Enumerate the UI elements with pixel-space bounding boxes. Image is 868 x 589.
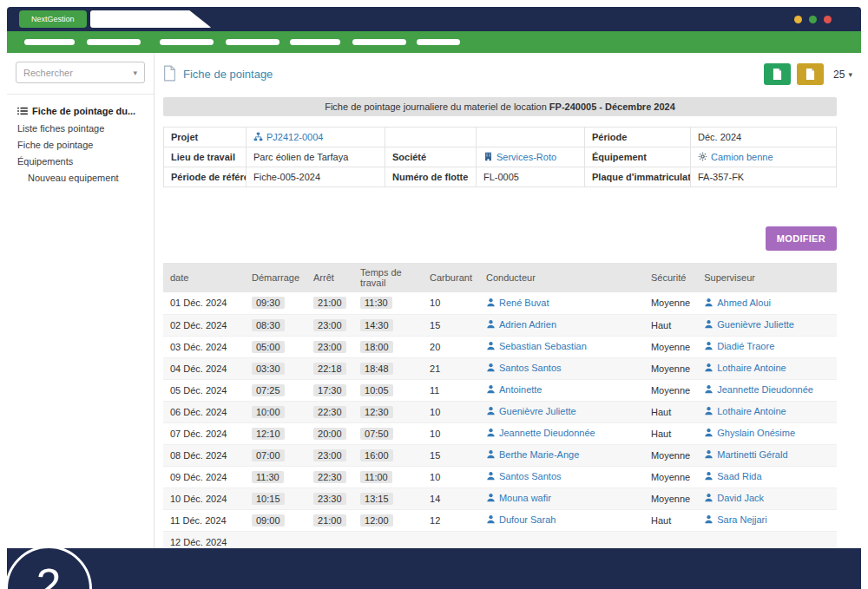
time-chip: 16:00 — [360, 449, 393, 461]
info-link[interactable]: Services-Roto — [483, 152, 556, 162]
cell-fuel: 10 — [423, 292, 479, 314]
person-link[interactable]: Berthe Marie-Ange — [486, 449, 579, 460]
nav-item-redacted[interactable] — [290, 39, 340, 45]
person-link[interactable]: Lothaire Antoine — [704, 406, 786, 416]
nav-item-redacted[interactable] — [352, 39, 406, 45]
main-navbar — [7, 31, 861, 53]
cell-work: 11:30 — [353, 292, 423, 314]
search-input[interactable]: Rechercher ▾ — [16, 62, 145, 83]
modify-row: MODIFIER — [163, 226, 837, 251]
person-link[interactable]: René Buvat — [486, 298, 549, 308]
nav-item-redacted[interactable] — [24, 39, 75, 45]
time-chip: 11:30 — [360, 297, 392, 309]
sidebar-item[interactable]: Équipements — [17, 154, 154, 170]
cell-fuel: 20 — [423, 336, 479, 357]
person-link[interactable]: Sara Nejjari — [704, 514, 766, 525]
time-chip: 11:30 — [252, 471, 284, 483]
cell-date: 02 Déc. 2024 — [163, 314, 245, 336]
sidebar-item[interactable]: Liste fiches pointage — [17, 121, 154, 137]
person-link[interactable]: Lothaire Antoine — [704, 363, 786, 373]
info-value: Camion benne — [691, 147, 837, 167]
cell-date: 11 Déc. 2024 — [163, 509, 245, 531]
person-icon — [486, 514, 496, 526]
person-link[interactable]: Dufour Sarah — [486, 514, 556, 525]
info-value: FL-0005 — [477, 167, 585, 187]
person-link[interactable]: Guenièvre Juliette — [704, 319, 794, 330]
time-chip: 08:30 — [252, 319, 285, 331]
column-header[interactable]: Démarrage — [245, 263, 306, 292]
column-header[interactable]: Superviseur — [697, 263, 837, 292]
maximize-dot[interactable] — [809, 16, 817, 23]
cell-supervisor: Ghyslain Onésime — [697, 422, 837, 444]
info-link-label: PJ2412-0004 — [266, 132, 323, 142]
column-header[interactable]: Temps de travail — [353, 263, 423, 292]
person-name: Guenièvre Juliette — [717, 319, 794, 330]
info-link[interactable]: Camion benne — [698, 152, 773, 162]
person-name: Saad Rida — [717, 471, 761, 481]
info-value: PJ2412-0004 — [247, 128, 385, 147]
cell-start — [245, 531, 306, 548]
person-link[interactable]: Sebastian Sebastian — [486, 341, 587, 351]
sidebar-item[interactable]: Fiche de pointage du... — [17, 103, 154, 121]
cell-start: 09:30 — [245, 292, 306, 314]
person-name: Diadié Traore — [717, 341, 774, 351]
banner-text: Fiche de pointage journaliere du materie… — [325, 101, 549, 112]
info-label — [385, 128, 477, 147]
cell-supervisor: Lothaire Antoine — [697, 401, 837, 422]
nav-item-redacted[interactable] — [417, 39, 460, 45]
person-link[interactable]: Diadié Traore — [704, 341, 774, 351]
person-link[interactable]: Ahmed Aloui — [704, 298, 771, 308]
person-link[interactable]: Jeannette Dieudonnée — [486, 428, 595, 438]
info-link[interactable]: PJ2412-0004 — [253, 132, 323, 142]
column-header[interactable]: Sécurité — [644, 263, 697, 292]
person-link[interactable]: Santos Santos — [486, 363, 562, 373]
person-link[interactable]: David Jack — [704, 493, 764, 503]
nav-item-redacted[interactable] — [226, 39, 279, 45]
time-chip: 09:30 — [252, 297, 285, 309]
export-file-button[interactable] — [797, 63, 824, 85]
time-chip: 10:00 — [252, 406, 285, 418]
column-header[interactable]: Conducteur — [479, 263, 644, 292]
person-link[interactable]: Saad Rida — [704, 471, 761, 481]
person-icon — [704, 471, 713, 482]
export-excel-button[interactable] — [764, 63, 791, 85]
cell-start: 08:30 — [245, 314, 306, 336]
nav-item-redacted[interactable] — [87, 39, 141, 45]
app-tab-nextgestion[interactable]: NextGestion — [19, 10, 87, 28]
person-link[interactable]: Santos Santos — [486, 471, 562, 481]
column-header[interactable]: Arrêt — [306, 263, 353, 292]
column-header[interactable]: date — [163, 263, 245, 292]
person-link[interactable]: Adrien Adrien — [486, 319, 556, 330]
modify-button[interactable]: MODIFIER — [766, 226, 837, 251]
cell-date: 08 Déc. 2024 — [163, 444, 245, 466]
nav-item-redacted[interactable] — [160, 39, 214, 45]
person-link[interactable]: Mouna wafir — [486, 493, 551, 503]
sidebar-item[interactable]: Nouveau equipement — [17, 170, 154, 187]
cell-fuel: 10 — [423, 422, 479, 444]
person-name: Sara Nejjari — [717, 514, 766, 525]
cell-start: 07:00 — [245, 444, 306, 466]
table-body: 01 Déc. 202409:3021:0011:3010René BuvatM… — [163, 292, 837, 548]
person-link[interactable]: Antoinette — [486, 384, 542, 395]
person-name: Adrien Adrien — [499, 319, 556, 330]
person-link[interactable]: Jeannette Dieudonnée — [704, 384, 813, 395]
table-row: 07 Déc. 202412:1020:0007:5010Jeannette D… — [163, 422, 837, 444]
time-chip: 12:10 — [252, 428, 285, 440]
column-header[interactable]: Carburant — [423, 263, 479, 292]
cell-work: 12:00 — [353, 509, 423, 531]
close-dot[interactable] — [824, 16, 832, 23]
browser-tab-redacted[interactable] — [90, 10, 212, 28]
person-link[interactable]: Guenièvre Juliette — [486, 406, 576, 416]
time-chip: 22:30 — [313, 406, 346, 418]
sidebar-item[interactable]: Fiche de pointage — [17, 137, 154, 154]
person-link[interactable]: Martinetti Gérald — [704, 449, 787, 460]
time-chip: 12:00 — [360, 514, 393, 527]
minimize-dot[interactable] — [794, 16, 802, 23]
page-size-select[interactable]: 25 ▾ — [830, 66, 856, 83]
time-chip: 14:30 — [360, 319, 393, 331]
cell-security: Moyenne — [644, 336, 697, 357]
table-row: 06 Déc. 202410:0022:3012:3010Guenièvre J… — [163, 401, 837, 422]
person-icon — [704, 341, 713, 352]
search-placeholder: Rechercher — [23, 68, 73, 78]
person-link[interactable]: Ghyslain Onésime — [704, 428, 795, 438]
